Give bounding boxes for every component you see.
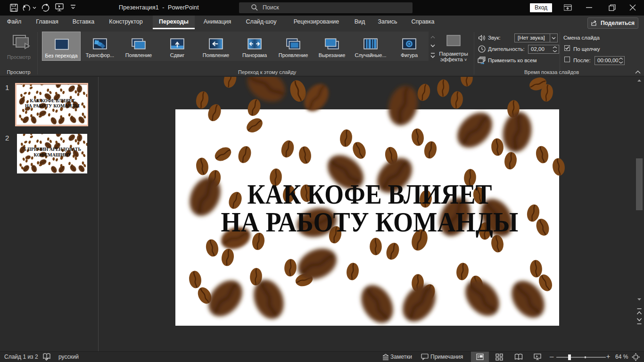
svg-text:НА РАБОТУ КОМАНДЫ: НА РАБОТУ КОМАНДЫ	[221, 206, 519, 237]
svg-text:НА РАБОТУ КОМАНДЫ: НА РАБОТУ КОМАНДЫ	[25, 103, 80, 108]
svg-text:КАК КОФЕ ВЛИЯЕТ: КАК КОФЕ ВЛИЯЕТ	[248, 179, 492, 210]
svg-text:КОФЕМАШИНУ: КОФЕМАШИНУ	[34, 152, 72, 157]
svg-text:5 ПРИЧИН АРЕНДОВАТЬ: 5 ПРИЧИН АРЕНДОВАТЬ	[24, 147, 82, 152]
svg-text:КАК КОФЕ ВЛИЯЕТ: КАК КОФЕ ВЛИЯЕТ	[30, 98, 75, 103]
